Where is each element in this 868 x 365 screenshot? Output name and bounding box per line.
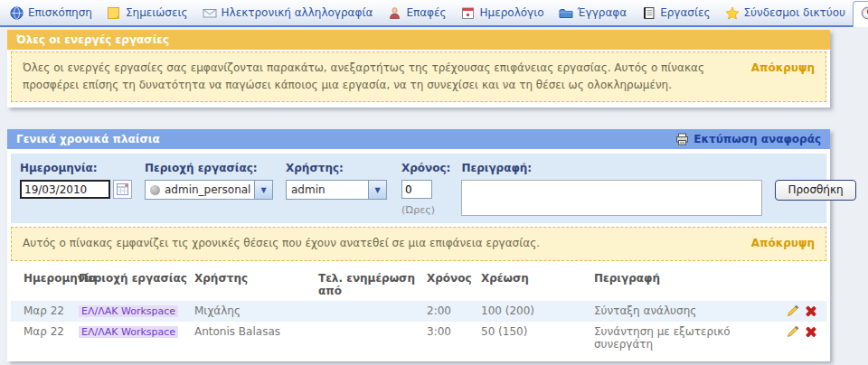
top-tab-bar: Επισκόπηση Σημειώσεις Ηλεκτρονική αλληλο… [0,0,868,27]
star-icon [725,5,740,20]
cell-charge: 50 (150) [481,325,594,338]
workspace-badge: ΕΛ/ΛΑΚ Workspace [79,326,178,338]
col-header-charge: Χρέωση [481,272,594,285]
tab-label: Επισκόπηση [28,6,92,19]
cell-description: Σύνταξη ανάλυσης [594,304,783,317]
timeframes-header: Γενικά χρονικά πλαίσια Εκτύπωση αναφοράς [7,129,830,149]
print-report-label: Εκτύπωση αναφοράς [693,129,821,149]
table-header-row: Ημερομηνία Περιοχή εργασίας Χρήστης Τελ.… [11,267,826,301]
cell-time: 3:00 [427,325,481,338]
notice-text: Όλες οι ενεργές εργασίες σας εμφανίζοντα… [23,60,733,94]
tab-label: Ημερολόγιο [480,6,544,19]
date-label: Ημερομηνία: [20,162,132,174]
panel-title: Όλες οι ενεργές εργασίες [16,30,169,50]
cell-workspace: ΕΛ/ΛΑΚ Workspace [79,304,194,317]
timeframes-notice: Αυτός ο πίνακας εμφανίζει τις χρονικές θ… [11,227,826,260]
panel-title: Γενικά χρονικά πλαίσια [16,129,160,149]
time-entries-table: Ημερομηνία Περιοχή εργασίας Χρήστης Τελ.… [7,261,830,354]
workspace-field-group: Περιοχή εργασίας: admin_personal ▼ [145,162,273,200]
user-field-group: Χρήστης: admin ▼ [286,162,387,200]
cell-date: Μαρ 22 [11,304,79,317]
notice-text: Αυτός ο πίνακας εμφανίζει τις χρονικές θ… [23,235,733,252]
workspace-select[interactable]: admin_personal ▼ [145,180,273,200]
workspace-dot-icon [150,185,160,195]
cell-time: 2:00 [427,304,481,317]
time-input[interactable] [401,180,432,199]
workspace-badge: ΕΛ/ΛΑΚ Workspace [79,305,178,317]
tab-label: Σύνδεσμοι δικτύου [744,6,845,19]
table-row: Μαρ 22 ΕΛ/ΛΑΚ Workspace Μιχάλης 2:00 100… [11,301,826,322]
hide-link[interactable]: Απόκρυψη [751,60,815,77]
cell-user: Antonis Balasas [194,325,318,338]
tab-network-links[interactable]: Σύνδεσμοι δικτύου [718,2,853,25]
print-report-link[interactable]: Εκτύπωση αναφοράς [675,129,821,149]
tab-time[interactable]: Ώρα [853,1,868,27]
edit-pencil-icon[interactable] [786,325,799,339]
tab-tasks[interactable]: Εργασίες [634,2,717,25]
cell-user: Μιχάλης [194,304,318,317]
workspace-value: admin_personal [165,183,250,196]
add-button[interactable]: Προσθήκη [775,180,855,201]
cell-workspace: ΕΛ/ΛΑΚ Workspace [79,325,194,338]
col-header-workspace: Περιοχή εργασίας [79,272,194,285]
date-field-group: Ημερομηνία: [20,162,132,199]
calendar-icon [461,5,476,20]
cell-date: Μαρ 22 [11,325,79,338]
tab-contacts[interactable]: Επαφές [380,2,453,25]
tasks-icon [641,5,656,20]
tab-overview[interactable]: Επισκόπηση [2,2,99,25]
col-header-time: Χρόνος [427,272,481,285]
note-icon [107,5,121,20]
col-header-date: Ημερομηνία [11,272,79,285]
user-select[interactable]: admin ▼ [286,180,387,200]
col-header-user: Χρήστης [194,272,318,285]
date-input[interactable] [20,180,110,199]
chevron-down-icon[interactable]: ▼ [369,180,387,200]
active-tasks-notice: Όλες οι ενεργές εργασίες σας εμφανίζοντα… [11,51,826,102]
contact-icon [387,5,401,20]
col-header-updated-by: Τελ. ενημέρωση από [318,272,427,297]
time-field-group: Χρόνος: (Ώρες) [401,162,450,216]
date-picker-button[interactable] [113,180,132,199]
edit-pencil-icon[interactable] [786,304,799,318]
active-tasks-panel: Όλες οι ενεργές εργασίες Όλες οι ενεργές… [7,30,830,108]
tab-documents[interactable]: Έγγραφα [552,2,635,25]
col-header-description: Περιγραφή [594,272,783,285]
globe-icon [9,5,24,20]
active-tasks-header: Όλες οι ενεργές εργασίες [7,30,830,50]
tab-label: Εργασίες [660,6,710,19]
user-value: admin [291,183,326,196]
mail-icon [203,5,217,20]
timeframes-panel: Γενικά χρονικά πλαίσια Εκτύπωση αναφοράς… [7,129,830,360]
description-field-group: Περιγραφή: [461,162,762,216]
tab-label: Σημειώσεις [126,6,188,19]
tab-mail[interactable]: Ηλεκτρονική αλληλογραφία [195,2,381,25]
tab-label: Έγγραφα [578,6,627,19]
description-label: Περιγραφή: [461,162,762,174]
user-label: Χρήστης: [286,162,387,174]
tab-label: Ηλεκτρονική αλληλογραφία [222,6,373,19]
time-unit-label: (Ώρες) [401,204,450,216]
workspace-label: Περιοχή εργασίας: [145,162,273,174]
tab-label: Επαφές [406,6,446,19]
cell-charge: 100 (200) [481,304,594,317]
chevron-down-icon[interactable]: ▼ [255,180,273,200]
table-row: Μαρ 22 ΕΛ/ΛΑΚ Workspace Antonis Balasas … [11,322,826,354]
clock-icon [861,5,868,20]
folder-icon [559,5,573,20]
tab-notes[interactable]: Σημειώσεις [99,2,195,25]
tab-calendar[interactable]: Ημερολόγιο [454,2,552,25]
time-label: Χρόνος: [401,162,450,174]
description-textarea[interactable] [461,180,762,216]
delete-x-icon[interactable] [804,304,817,318]
time-entry-form: Ημερομηνία: Περιοχή εργασίας: admin_pers… [11,154,826,223]
cell-description: Συνάντηση με εξωτερικό συνεργάτη [594,325,783,351]
hide-link[interactable]: Απόκρυψη [751,235,815,252]
delete-x-icon[interactable] [804,325,817,339]
printer-icon [675,133,689,145]
